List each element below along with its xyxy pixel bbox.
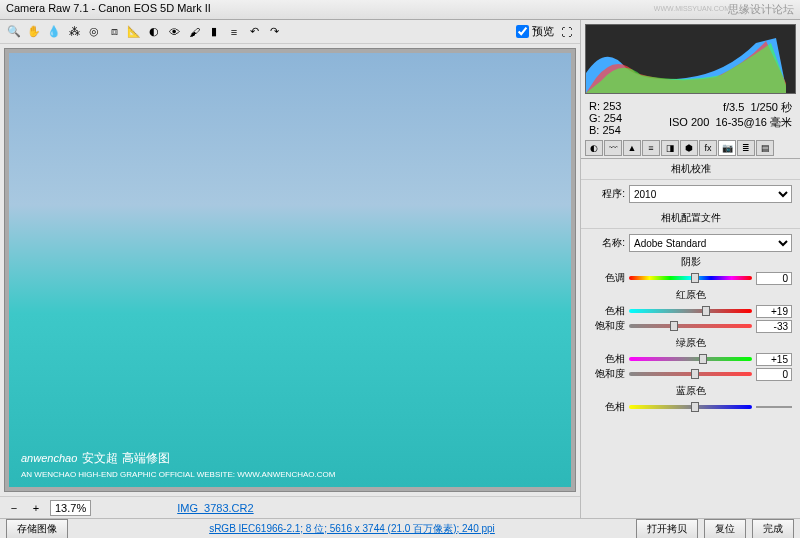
- tab-fx-icon[interactable]: fx: [699, 140, 717, 156]
- shadow-section: 阴影: [589, 254, 792, 270]
- red-hue-label: 色相: [589, 304, 625, 318]
- zoom-in-icon[interactable]: +: [28, 500, 44, 516]
- redeye-icon[interactable]: 👁: [166, 24, 182, 40]
- blue-hue-slider[interactable]: [629, 400, 752, 414]
- done-button[interactable]: 完成: [752, 519, 794, 539]
- spot-heal-icon[interactable]: ◐: [146, 24, 162, 40]
- tab-detail-icon[interactable]: ▲: [623, 140, 641, 156]
- green-sat-label: 饱和度: [589, 367, 625, 381]
- preview-toggle[interactable]: 预览: [516, 24, 554, 39]
- tab-basic-icon[interactable]: ◐: [585, 140, 603, 156]
- blue-section: 蓝原色: [589, 383, 792, 399]
- histogram[interactable]: [585, 24, 796, 94]
- red-hue-slider[interactable]: [629, 304, 752, 318]
- tab-hsl-icon[interactable]: ≡: [642, 140, 660, 156]
- red-sat-label: 饱和度: [589, 319, 625, 333]
- crop-icon[interactable]: ⧈: [106, 24, 122, 40]
- bottom-bar: 存储图像 sRGB IEC61966-2.1; 8 位; 5616 x 3744…: [0, 518, 800, 538]
- reset-button[interactable]: 复位: [704, 519, 746, 539]
- image-watermark-sub: AN WENCHAO HIGH-END GRAPHIC OFFICIAL WEB…: [21, 470, 335, 479]
- green-hue-slider[interactable]: [629, 352, 752, 366]
- process-select[interactable]: 2010: [629, 185, 792, 203]
- window-title: Camera Raw 7.1 - Canon EOS 5D Mark II: [6, 2, 211, 14]
- green-hue-value[interactable]: +15: [756, 353, 792, 366]
- profile-header: 相机配置文件: [581, 208, 800, 229]
- zoom-level[interactable]: 13.7%: [50, 500, 91, 516]
- preview-checkbox[interactable]: [516, 25, 529, 38]
- page-watermark-url: WWW.MISSYUAN.COM: [654, 5, 730, 12]
- tab-camera-icon[interactable]: 📷: [718, 140, 736, 156]
- rotate-ccw-icon[interactable]: ↶: [246, 24, 262, 40]
- red-hue-value[interactable]: +19: [756, 305, 792, 318]
- shadow-tint-slider[interactable]: [629, 271, 752, 285]
- straighten-icon[interactable]: 📐: [126, 24, 142, 40]
- sampler-icon[interactable]: ⁂: [66, 24, 82, 40]
- tab-lens-icon[interactable]: ⬢: [680, 140, 698, 156]
- target-adjust-icon[interactable]: ◎: [86, 24, 102, 40]
- image-watermark: anwenchao 安文超 高端修图: [21, 444, 170, 467]
- green-section: 绿原色: [589, 335, 792, 351]
- process-label: 程序:: [589, 187, 625, 201]
- zoom-bar: − + 13.7% IMG_3783.CR2: [0, 496, 580, 518]
- rotate-cw-icon[interactable]: ↷: [266, 24, 282, 40]
- zoom-tool-icon[interactable]: 🔍: [6, 24, 22, 40]
- red-sat-slider[interactable]: [629, 319, 752, 333]
- brush-icon[interactable]: 🖌: [186, 24, 202, 40]
- workflow-link[interactable]: sRGB IEC61966-2.1; 8 位; 5616 x 3744 (21.…: [209, 522, 495, 536]
- green-sat-value[interactable]: 0: [756, 368, 792, 381]
- eyedropper-icon[interactable]: 💧: [46, 24, 62, 40]
- fullscreen-icon[interactable]: ⛶: [558, 24, 574, 40]
- preview-image: anwenchao 安文超 高端修图 AN WENCHAO HIGH-END G…: [9, 53, 571, 487]
- hand-tool-icon[interactable]: ✋: [26, 24, 42, 40]
- name-label: 名称:: [589, 236, 625, 250]
- toolbar: 🔍 ✋ 💧 ⁂ ◎ ⧈ 📐 ◐ 👁 🖌 ▮ ≡ ↶ ↷ 预览 ⛶: [0, 20, 580, 44]
- blue-hue-label: 色相: [589, 400, 625, 414]
- red-sat-value[interactable]: -33: [756, 320, 792, 333]
- tab-presets-icon[interactable]: ≣: [737, 140, 755, 156]
- save-button[interactable]: 存储图像: [6, 519, 68, 539]
- profile-select[interactable]: Adobe Standard: [629, 234, 792, 252]
- shadow-tint-value[interactable]: 0: [756, 272, 792, 285]
- green-hue-label: 色相: [589, 352, 625, 366]
- adjustment-tabs: ◐ 〰 ▲ ≡ ◨ ⬢ fx 📷 ≣ ▤: [581, 138, 800, 159]
- gradient-icon[interactable]: ▮: [206, 24, 222, 40]
- tab-curve-icon[interactable]: 〰: [604, 140, 622, 156]
- open-copy-button[interactable]: 打开拷贝: [636, 519, 698, 539]
- red-section: 红原色: [589, 287, 792, 303]
- preview-area[interactable]: anwenchao 安文超 高端修图 AN WENCHAO HIGH-END G…: [4, 48, 576, 492]
- tab-snapshots-icon[interactable]: ▤: [756, 140, 774, 156]
- filename: IMG_3783.CR2: [177, 502, 253, 514]
- page-watermark: 思缘设计论坛: [728, 2, 794, 17]
- panel-title: 相机校准: [581, 159, 800, 180]
- tab-split-icon[interactable]: ◨: [661, 140, 679, 156]
- green-sat-slider[interactable]: [629, 367, 752, 381]
- blue-hue-value[interactable]: [756, 406, 792, 408]
- rgb-readout: R: 253 G: 254 B: 254 f/3.5 1/250 秒 ISO 2…: [581, 98, 800, 138]
- prefs-icon[interactable]: ≡: [226, 24, 242, 40]
- shadow-tint-label: 色调: [589, 271, 625, 285]
- zoom-out-icon[interactable]: −: [6, 500, 22, 516]
